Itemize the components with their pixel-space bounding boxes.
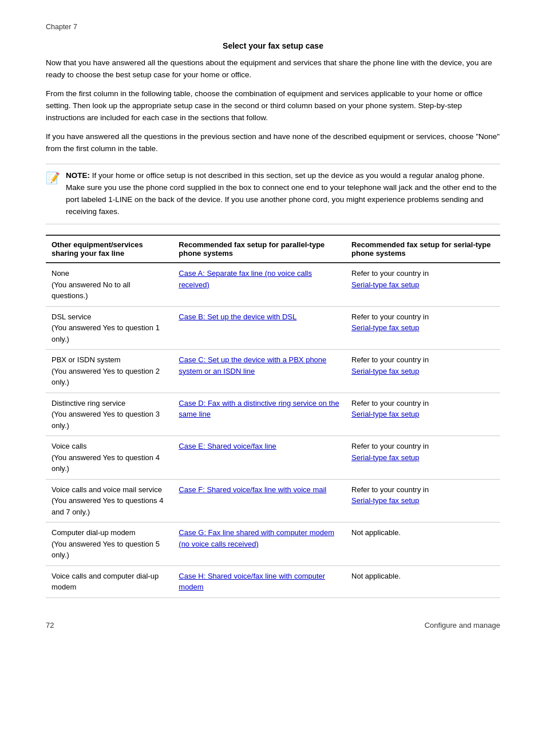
row-1-serial-link[interactable]: Serial-type fax setup — [351, 323, 420, 332]
table-row: Voice calls and voice mail service(You a… — [46, 479, 500, 523]
row-0-serial-link[interactable]: Serial-type fax setup — [351, 280, 420, 289]
row-5-serial[interactable]: Refer to your country in Serial-type fax… — [346, 479, 500, 523]
row-2-equipment: PBX or ISDN system(You answered Yes to q… — [46, 350, 173, 393]
row-0-parallel[interactable]: Case A: Separate fax line (no voice call… — [173, 263, 346, 306]
row-6-equipment: Computer dial-up modem(You answered Yes … — [46, 523, 173, 566]
page-section-label: Configure and manage — [425, 621, 500, 630]
row-0-parallel-link[interactable]: Case A: Separate fax line (no voice call… — [179, 269, 312, 289]
col-header-3: Recommended fax setup for serial-type ph… — [346, 235, 500, 263]
row-0-serial[interactable]: Refer to your country in Serial-type fax… — [346, 263, 500, 306]
row-3-parallel-link[interactable]: Case D: Fax with a distinctive ring serv… — [179, 399, 339, 419]
table-header-row: Other equipment/services sharing your fa… — [46, 235, 500, 263]
row-5-serial-link[interactable]: Serial-type fax setup — [351, 496, 420, 505]
col-header-2: Recommended fax setup for parallel-type … — [173, 235, 346, 263]
row-3-equipment: Distinctive ring service(You answered Ye… — [46, 393, 173, 436]
row-2-serial[interactable]: Refer to your country in Serial-type fax… — [346, 350, 500, 393]
row-2-parallel[interactable]: Case C: Set up the device with a PBX pho… — [173, 350, 346, 393]
table-row: DSL service(You answered Yes to question… — [46, 306, 500, 350]
row-5-parallel[interactable]: Case F: Shared voice/fax line with voice… — [173, 479, 346, 523]
row-1-equipment: DSL service(You answered Yes to question… — [46, 306, 173, 350]
col-header-1: Other equipment/services sharing your fa… — [46, 235, 173, 263]
note-icon: 📝 — [46, 171, 60, 185]
note-label: NOTE: — [66, 171, 90, 180]
table-row: Voice calls and computer dial-up modemCa… — [46, 565, 500, 597]
row-4-equipment: Voice calls(You answered Yes to question… — [46, 436, 173, 480]
row-1-parallel[interactable]: Case B: Set up the device with DSL — [173, 306, 346, 350]
row-6-parallel-link[interactable]: Case G: Fax line shared with computer mo… — [179, 528, 334, 548]
paragraph-2: From the first column in the following t… — [46, 88, 500, 124]
note-text: NOTE: If your home or office setup is no… — [66, 170, 500, 218]
note-content: If your home or office setup is not desc… — [66, 171, 497, 216]
table-row: Computer dial-up modem(You answered Yes … — [46, 523, 500, 566]
section-title: Select your fax setup case — [46, 41, 500, 50]
row-4-parallel[interactable]: Case E: Shared voice/fax line — [173, 436, 346, 480]
row-2-parallel-link[interactable]: Case C: Set up the device with a PBX pho… — [179, 355, 326, 375]
paragraph-3: If you have answered all the questions i… — [46, 131, 500, 155]
row-7-serial: Not applicable. — [346, 565, 500, 597]
paragraph-1: Now that you have answered all the quest… — [46, 57, 500, 81]
table-row: None(You answered No to all questions.)C… — [46, 263, 500, 306]
page-number: 72 — [46, 621, 54, 630]
chapter-label: Chapter 7 — [46, 23, 500, 31]
row-3-parallel[interactable]: Case D: Fax with a distinctive ring serv… — [173, 393, 346, 436]
fax-setup-table: Other equipment/services sharing your fa… — [46, 235, 500, 598]
row-4-parallel-link[interactable]: Case E: Shared voice/fax line — [179, 442, 276, 450]
row-7-parallel-link[interactable]: Case H: Shared voice/fax line with compu… — [179, 572, 325, 592]
row-1-parallel-link[interactable]: Case B: Set up the device with DSL — [179, 312, 296, 321]
row-7-equipment: Voice calls and computer dial-up modem — [46, 565, 173, 597]
table-row: Voice calls(You answered Yes to question… — [46, 436, 500, 480]
table-row: Distinctive ring service(You answered Ye… — [46, 393, 500, 436]
row-3-serial[interactable]: Refer to your country in Serial-type fax… — [346, 393, 500, 436]
row-7-parallel[interactable]: Case H: Shared voice/fax line with compu… — [173, 565, 346, 597]
page-footer: 72 Configure and manage — [46, 621, 500, 630]
row-0-equipment: None(You answered No to all questions.) — [46, 263, 173, 306]
row-2-serial-link[interactable]: Serial-type fax setup — [351, 367, 420, 375]
row-5-equipment: Voice calls and voice mail service(You a… — [46, 479, 173, 523]
note-box: 📝 NOTE: If your home or office setup is … — [46, 164, 500, 224]
row-6-parallel[interactable]: Case G: Fax line shared with computer mo… — [173, 523, 346, 566]
table-row: PBX or ISDN system(You answered Yes to q… — [46, 350, 500, 393]
row-4-serial[interactable]: Refer to your country in Serial-type fax… — [346, 436, 500, 480]
row-1-serial[interactable]: Refer to your country in Serial-type fax… — [346, 306, 500, 350]
row-3-serial-link[interactable]: Serial-type fax setup — [351, 410, 420, 418]
row-6-serial: Not applicable. — [346, 523, 500, 566]
row-4-serial-link[interactable]: Serial-type fax setup — [351, 453, 420, 462]
row-5-parallel-link[interactable]: Case F: Shared voice/fax line with voice… — [179, 485, 326, 494]
